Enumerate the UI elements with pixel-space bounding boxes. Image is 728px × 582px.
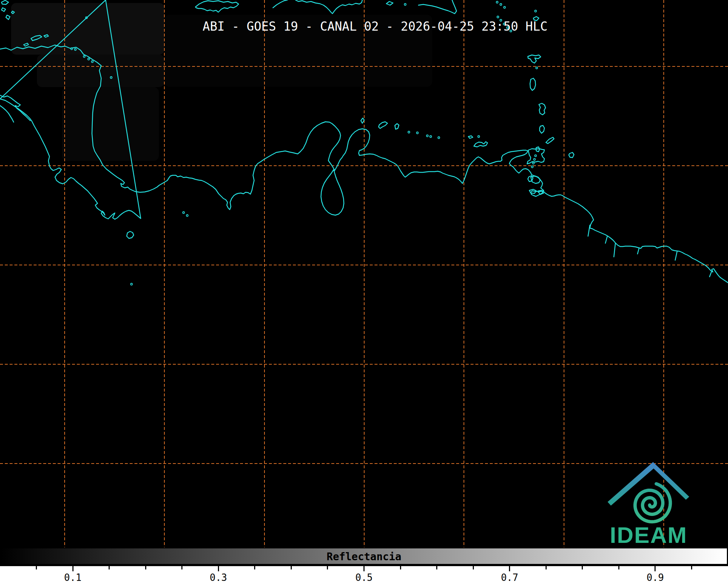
island-dot bbox=[497, 16, 499, 18]
colorbar-tick-label: 0.1 bbox=[64, 572, 82, 582]
colorbar-minor-tick bbox=[36, 566, 37, 569]
island-dot bbox=[532, 166, 533, 168]
island-dot bbox=[478, 136, 480, 138]
cloud-haze-patch bbox=[62, 87, 159, 161]
colorbar-minor-tick bbox=[254, 566, 255, 569]
colorbar-minor-tick bbox=[546, 566, 547, 569]
colorbar-minor-tick bbox=[436, 566, 437, 569]
coastline-path bbox=[539, 103, 546, 115]
coastline-path bbox=[540, 125, 544, 133]
island-dot bbox=[536, 67, 538, 69]
ideam-logo: IDEAM bbox=[608, 462, 689, 548]
coastline-path bbox=[361, 118, 364, 123]
colorbar-major-tick bbox=[654, 566, 656, 571]
island-dot bbox=[427, 135, 428, 137]
colorbar-minor-tick bbox=[691, 566, 692, 569]
island-dot bbox=[535, 155, 537, 157]
island-dot bbox=[438, 137, 440, 139]
coastline-path bbox=[588, 225, 711, 277]
colorbar-minor-tick bbox=[400, 566, 401, 569]
colorbar-minor-tick bbox=[618, 566, 619, 569]
island-dot bbox=[131, 283, 133, 285]
coastline-path bbox=[530, 78, 536, 90]
colorbar-label: Reflectancia bbox=[1, 551, 727, 563]
island-dot bbox=[417, 132, 418, 134]
coastline-path bbox=[468, 136, 473, 138]
colorbar-major-tick bbox=[509, 566, 510, 571]
coastline-path bbox=[528, 55, 541, 63]
island-dot bbox=[183, 212, 185, 214]
coastline-path bbox=[395, 124, 399, 129]
colorbar-major-tick bbox=[218, 566, 219, 571]
colorbar-tick-label: 0.7 bbox=[501, 572, 518, 582]
colorbar-minor-tick bbox=[582, 566, 583, 569]
colorbar-gradient: Reflectancia bbox=[0, 547, 728, 566]
colorbar-axis: 0.10.30.50.70.9 bbox=[0, 566, 728, 582]
colorbar-major-tick bbox=[72, 566, 74, 571]
satellite-map: IDEAM bbox=[0, 0, 728, 582]
island-dot bbox=[408, 131, 410, 133]
coastline-path bbox=[379, 122, 387, 128]
island-dot bbox=[500, 4, 502, 6]
coastline-path bbox=[127, 231, 134, 238]
island-dot bbox=[430, 136, 432, 138]
colorbar: Reflectancia 0.10.30.50.70.9 bbox=[0, 547, 728, 582]
island-dot bbox=[496, 1, 498, 3]
satellite-image-viewer: IDEAM ABI - GOES 19 - CANAL 02 - 2026-04… bbox=[0, 0, 728, 582]
island-dot bbox=[533, 162, 534, 164]
logo-wordmark: IDEAM bbox=[610, 522, 687, 548]
coastline-path bbox=[474, 142, 488, 147]
coastline-path bbox=[273, 0, 362, 14]
coastline-path bbox=[195, 1, 239, 12]
island-dot bbox=[504, 7, 506, 8]
colorbar-minor-tick bbox=[473, 566, 474, 569]
image-title: ABI - GOES 19 - CANAL 02 - 2026-04-25 23… bbox=[22, 19, 728, 34]
coastline-path bbox=[0, 95, 30, 122]
island-dot bbox=[187, 215, 188, 217]
colorbar-tick-label: 0.5 bbox=[355, 572, 373, 582]
coastline-path bbox=[418, 0, 457, 14]
colorbar-minor-tick bbox=[181, 566, 182, 569]
colorbar-minor-tick bbox=[327, 566, 328, 569]
coastline-path bbox=[527, 149, 544, 164]
island-dot bbox=[404, 4, 406, 6]
colorbar-tick-label: 0.3 bbox=[210, 572, 227, 582]
coastline-path bbox=[321, 170, 344, 215]
colorbar-minor-tick bbox=[145, 566, 146, 569]
coastline-path bbox=[569, 152, 574, 158]
colorbar-minor-tick bbox=[291, 566, 292, 569]
colorbar-major-tick bbox=[363, 566, 365, 571]
logo-spiral-icon bbox=[635, 484, 670, 522]
island-dot bbox=[535, 10, 537, 12]
colorbar-minor-tick bbox=[109, 566, 110, 569]
colorbar-tick-label: 0.9 bbox=[646, 572, 664, 582]
coastline-path bbox=[386, 1, 393, 5]
coastline-path bbox=[546, 137, 554, 144]
island-dot bbox=[534, 159, 536, 161]
